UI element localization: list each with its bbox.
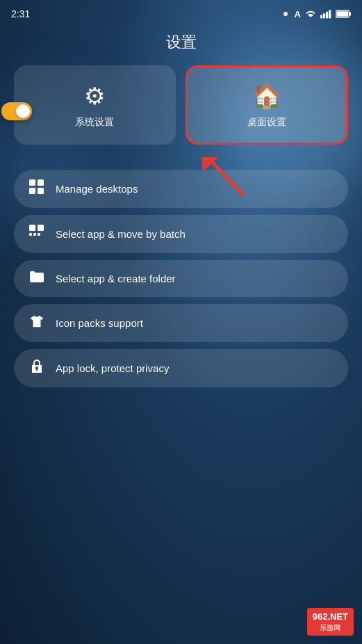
- system-settings-label: 系统设置: [75, 116, 114, 129]
- main-content: 设置 ⚙ 系统设置 🏠 桌面设置: [0, 25, 362, 401]
- svg-rect-10: [29, 179, 35, 186]
- svg-rect-7: [336, 11, 348, 17]
- grid-icon: [28, 179, 46, 198]
- watermark: 962.NET 乐游网: [307, 608, 354, 636]
- svg-rect-16: [29, 233, 32, 236]
- svg-rect-1: [320, 15, 322, 19]
- status-bar: 2:31 A: [0, 0, 362, 25]
- svg-rect-4: [329, 10, 331, 18]
- notification-icon: [281, 9, 290, 19]
- svg-rect-18: [38, 233, 40, 236]
- watermark-line2: 乐游网: [313, 623, 348, 633]
- a-indicator: A: [295, 9, 301, 19]
- icon-packs-label: Icon packs support: [56, 317, 143, 329]
- menu-item-select-move[interactable]: Select app & move by batch: [14, 215, 348, 253]
- svg-rect-14: [29, 225, 35, 231]
- svg-rect-11: [38, 179, 44, 186]
- cards-wrapper: ⚙ 系统设置 🏠 桌面设置: [14, 65, 348, 157]
- menu-item-icon-packs[interactable]: Icon packs support: [14, 304, 348, 342]
- svg-point-0: [283, 12, 288, 16]
- manage-desktops-label: Manage desktops: [56, 183, 138, 195]
- app-lock-label: App lock, protect privacy: [56, 362, 169, 374]
- desktop-settings-card[interactable]: 🏠 桌面设置: [186, 65, 349, 145]
- svg-rect-17: [33, 233, 36, 236]
- batch-icon: [28, 225, 46, 243]
- create-folder-label: Select app & create folder: [56, 273, 176, 284]
- svg-rect-3: [326, 12, 328, 19]
- menu-item-app-lock[interactable]: App lock, protect privacy: [14, 349, 348, 387]
- battery-icon: [336, 9, 351, 19]
- tshirt-icon: [28, 314, 46, 332]
- folder-icon: [28, 270, 46, 287]
- system-settings-card[interactable]: ⚙ 系统设置: [14, 65, 176, 145]
- cards-row: ⚙ 系统设置 🏠 桌面设置: [14, 65, 348, 145]
- home-icon: 🏠: [252, 84, 281, 108]
- toggle-switch[interactable]: [1, 102, 32, 120]
- toggle-knob: [16, 104, 30, 118]
- wifi-icon: [305, 9, 316, 19]
- watermark-line1: 962.NET: [313, 611, 348, 623]
- lock-icon: [28, 359, 46, 378]
- menu-item-manage-desktops[interactable]: Manage desktops: [14, 170, 348, 208]
- toggle-area: [1, 102, 32, 120]
- svg-rect-2: [323, 13, 325, 18]
- page-title: 设置: [166, 32, 197, 53]
- gear-icon: ⚙: [84, 84, 105, 108]
- svg-rect-13: [38, 188, 44, 194]
- svg-rect-6: [349, 12, 351, 15]
- signal-icon: [320, 9, 331, 19]
- status-time: 2:31: [11, 8, 30, 19]
- menu-item-create-folder[interactable]: Select app & create folder: [14, 260, 348, 297]
- svg-rect-12: [29, 188, 35, 194]
- svg-rect-15: [38, 225, 44, 231]
- status-icons: A: [281, 9, 351, 19]
- desktop-settings-label: 桌面设置: [247, 116, 286, 129]
- menu-list: Manage desktops Select app & move by bat…: [14, 170, 348, 387]
- select-move-label: Select app & move by batch: [56, 228, 186, 240]
